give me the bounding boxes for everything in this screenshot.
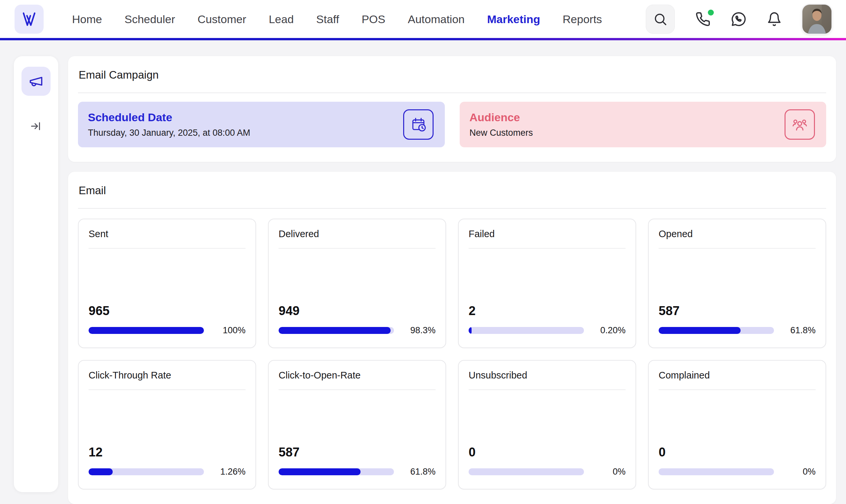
sidebar-collapse-button[interactable] bbox=[21, 112, 51, 141]
metric-percent-label: 61.8% bbox=[780, 325, 816, 336]
calendar-clock-icon bbox=[410, 116, 427, 133]
metric-spacer bbox=[279, 390, 436, 445]
metric-spacer bbox=[469, 249, 625, 304]
nav-item-staff[interactable]: Staff bbox=[316, 13, 339, 26]
notifications-button[interactable] bbox=[767, 12, 782, 27]
w-logo-icon bbox=[20, 11, 38, 28]
nav-item-lead[interactable]: Lead bbox=[269, 13, 294, 26]
progress-bar-fill bbox=[659, 327, 741, 334]
metric-percent-label: 98.3% bbox=[401, 325, 436, 336]
metric-percent-label: 0% bbox=[780, 467, 816, 477]
metric-spacer bbox=[659, 249, 816, 304]
section-divider bbox=[78, 208, 826, 209]
metric-value: 949 bbox=[279, 304, 436, 318]
scheduled-date-icon-button[interactable] bbox=[403, 109, 434, 140]
metric-percent-label: 100% bbox=[211, 325, 246, 336]
search-button[interactable] bbox=[646, 5, 675, 34]
user-avatar[interactable] bbox=[803, 5, 831, 34]
progress-bar-fill bbox=[89, 327, 204, 334]
left-sidebar bbox=[14, 56, 58, 492]
metric-bar-row: 0.20% bbox=[469, 325, 625, 336]
nav-item-marketing[interactable]: Marketing bbox=[487, 13, 540, 26]
metric-card-delivered: Delivered 949 98.3% bbox=[268, 219, 446, 348]
nav-item-customer[interactable]: Customer bbox=[198, 13, 246, 26]
metric-value: 0 bbox=[659, 445, 816, 460]
metric-card-sent: Sent 965 100% bbox=[78, 219, 256, 348]
metric-percent-label: 61.8% bbox=[401, 467, 436, 477]
nav-item-home[interactable]: Home bbox=[72, 13, 102, 26]
nav-item-pos[interactable]: POS bbox=[362, 13, 385, 26]
progress-bar-track bbox=[659, 468, 774, 475]
metric-percent-label: 0.20% bbox=[591, 325, 625, 336]
metric-title: Complained bbox=[659, 370, 816, 381]
metric-card-opened: Opened 587 61.8% bbox=[648, 219, 826, 348]
metric-bar-row: 0% bbox=[659, 467, 816, 477]
users-group-icon bbox=[792, 116, 808, 133]
metric-bar-row: 100% bbox=[89, 325, 246, 336]
metric-title: Click-Through Rate bbox=[89, 370, 246, 381]
bell-icon bbox=[767, 12, 782, 27]
scheduled-date-card: Scheduled Date Thursday, 30 January, 202… bbox=[78, 102, 445, 147]
campaign-cards: Scheduled Date Thursday, 30 January, 202… bbox=[78, 102, 826, 147]
progress-bar-fill bbox=[89, 468, 113, 475]
metric-bar-row: 61.8% bbox=[279, 467, 436, 477]
phone-online-status-dot bbox=[708, 10, 714, 16]
metric-value: 12 bbox=[89, 445, 246, 460]
nav-item-scheduler[interactable]: Scheduler bbox=[125, 13, 175, 26]
nav-item-automation[interactable]: Automation bbox=[408, 13, 465, 26]
metric-title: Sent bbox=[89, 229, 246, 239]
metric-card-failed: Failed 2 0.20% bbox=[458, 219, 636, 348]
metric-bar-row: 1.26% bbox=[89, 467, 246, 477]
whatsapp-button[interactable] bbox=[731, 12, 746, 27]
progress-bar-track bbox=[469, 327, 584, 334]
arrow-to-right-icon bbox=[30, 120, 42, 132]
section-divider bbox=[78, 92, 826, 93]
progress-bar-fill bbox=[279, 327, 391, 334]
top-navigation-bar: HomeSchedulerCustomerLeadStaffPOSAutomat… bbox=[0, 0, 846, 40]
metric-value: 587 bbox=[279, 445, 436, 460]
nav-actions bbox=[646, 5, 831, 34]
email-section-title: Email bbox=[78, 184, 826, 197]
metric-title: Failed bbox=[469, 229, 625, 239]
metric-spacer bbox=[279, 249, 436, 304]
metric-value: 2 bbox=[469, 304, 625, 318]
metric-title: Opened bbox=[659, 229, 816, 239]
metrics-grid: Sent 965 100% Delivered 949 98.3% Failed… bbox=[78, 219, 826, 489]
metric-card-click-through-rate: Click-Through Rate 12 1.26% bbox=[78, 360, 256, 489]
nav-item-reports[interactable]: Reports bbox=[563, 13, 602, 26]
metric-title: Delivered bbox=[279, 229, 436, 239]
metric-value: 587 bbox=[659, 304, 816, 318]
search-icon bbox=[653, 12, 668, 26]
phone-button[interactable] bbox=[695, 12, 710, 27]
metric-spacer bbox=[659, 390, 816, 445]
email-campaign-title: Email Campaign bbox=[78, 69, 826, 81]
scheduled-date-value: Thursday, 30 January, 2025, at 08:00 AM bbox=[88, 128, 435, 138]
progress-bar-track bbox=[469, 468, 584, 475]
metric-title: Click-to-Open-Rate bbox=[279, 370, 436, 381]
metric-card-unsubscribed: Unsubscribed 0 0% bbox=[458, 360, 636, 489]
metric-title: Unsubscribed bbox=[469, 370, 625, 381]
audience-value: New Customers bbox=[470, 128, 816, 138]
audience-icon-button[interactable] bbox=[785, 109, 815, 140]
metric-spacer bbox=[89, 249, 246, 304]
progress-bar-track bbox=[89, 468, 204, 475]
email-metrics-panel: Email Sent 965 100% Delivered 949 98.3% … bbox=[68, 172, 836, 504]
metric-spacer bbox=[89, 390, 246, 445]
progress-bar-track bbox=[279, 468, 394, 475]
progress-bar-track bbox=[279, 327, 394, 334]
audience-card: Audience New Customers bbox=[460, 102, 827, 147]
user-photo bbox=[803, 5, 831, 34]
sidebar-item-campaigns[interactable] bbox=[21, 67, 51, 96]
whatsapp-icon bbox=[731, 12, 746, 27]
progress-bar-fill bbox=[469, 327, 472, 334]
nav-links: HomeSchedulerCustomerLeadStaffPOSAutomat… bbox=[72, 13, 602, 26]
email-campaign-panel: Email Campaign Scheduled Date Thursday, … bbox=[68, 56, 836, 162]
audience-label: Audience bbox=[470, 111, 816, 124]
metric-value: 0 bbox=[469, 445, 625, 460]
megaphone-icon bbox=[29, 74, 43, 89]
nav-gradient-underline bbox=[0, 38, 846, 40]
scheduled-date-label: Scheduled Date bbox=[88, 111, 435, 124]
metric-card-complained: Complained 0 0% bbox=[648, 360, 826, 489]
app-logo[interactable] bbox=[15, 5, 43, 34]
metric-bar-row: 61.8% bbox=[659, 325, 816, 336]
